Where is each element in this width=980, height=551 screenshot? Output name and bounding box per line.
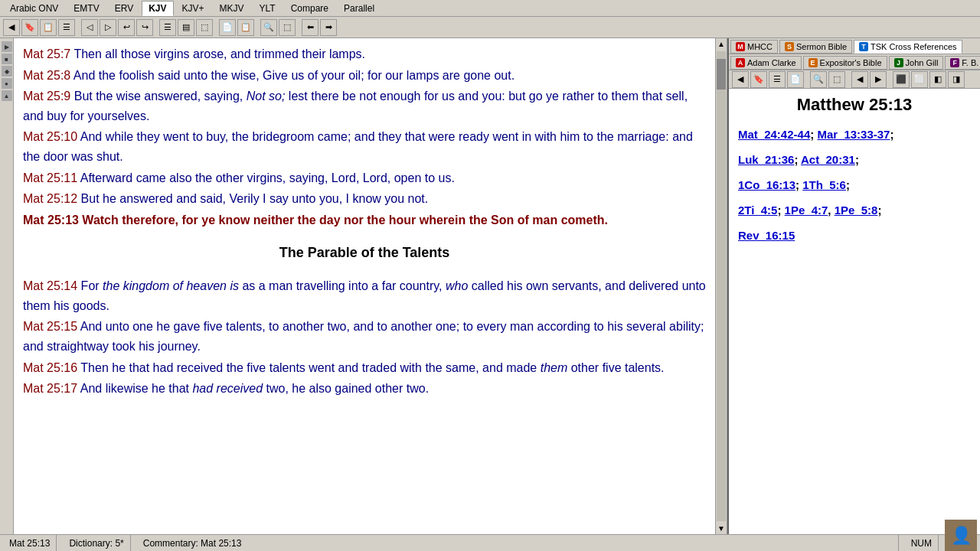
nav-tab-parallel[interactable]: Parallel — [337, 1, 381, 16]
right-tab-expositors[interactable]: E Expositor's Bible — [803, 56, 887, 70]
right-toolbar-btn-4[interactable]: 📄 — [787, 71, 804, 88]
right-tab-sermon-bible[interactable]: S Sermon Bible — [779, 40, 852, 54]
right-toolbar-btn-12[interactable]: ◨ — [948, 71, 965, 88]
status-commentary: Commentary: Mat 25:13 — [137, 535, 899, 551]
right-toolbar-btn-7[interactable]: ◀ — [851, 71, 868, 88]
verse-text-25-14b: the kingdom of heaven is — [103, 279, 239, 292]
right-tab-john-gill[interactable]: J John Gill — [889, 56, 944, 70]
right-toolbar-btn-8[interactable]: ▶ — [870, 71, 887, 88]
cross-ref-1pe-5[interactable]: 1Pe_5:8 — [835, 204, 878, 217]
right-panel-content[interactable]: Matthew 25:13 Mat_24:42-44; Mar_13:33-37… — [729, 89, 980, 534]
expositors-icon: E — [808, 58, 818, 67]
right-tab-fb-meyer[interactable]: F F. B. Meyer — [945, 56, 980, 70]
cross-ref-line-3: 1Co_16:13; 1Th_5:6; — [738, 174, 971, 195]
cross-ref-mar-13[interactable]: Mar_13:33-37 — [817, 128, 890, 141]
sidebar-icon-5[interactable]: ▲ — [2, 90, 12, 101]
verse-text-25-14d: who — [446, 279, 468, 292]
verse-ref-25-10[interactable]: Mat 25:10 — [23, 130, 77, 143]
cross-ref-semi-2: ; — [855, 153, 859, 166]
scroll-track[interactable] — [717, 51, 726, 521]
cross-ref-mat-24[interactable]: Mat_24:42-44 — [738, 128, 810, 141]
right-tab-adam-clarke[interactable]: A Adam Clarke — [730, 56, 802, 70]
toolbar-btn-7[interactable]: ↩ — [118, 19, 135, 36]
status-num: NUM — [905, 535, 939, 551]
right-toolbar-btn-11[interactable]: ◧ — [929, 71, 946, 88]
sidebar-icon-3[interactable]: ◆ — [2, 66, 12, 77]
verse-ref-25-15[interactable]: Mat 25:15 — [23, 320, 77, 333]
right-tab-mhcc[interactable]: M MHCC — [730, 40, 778, 54]
cross-ref-line-1: Mat_24:42-44; Mar_13:33-37; — [738, 124, 971, 145]
toolbar-btn-nav-fwd[interactable]: ➡ — [320, 19, 337, 36]
verse-mat-25-8: Mat 25:8 And the foolish said unto the w… — [23, 66, 706, 86]
toolbar-btn-2[interactable]: 🔖 — [21, 19, 38, 36]
toolbar-btn-4[interactable]: ☰ — [58, 19, 75, 36]
cross-ref-act-20[interactable]: Act_20:31 — [801, 153, 855, 166]
verse-ref-25-9[interactable]: Mat 25:9 — [23, 90, 70, 103]
toolbar-btn-8[interactable]: ↪ — [136, 19, 153, 36]
right-toolbar-btn-3[interactable]: ☰ — [769, 71, 786, 88]
right-toolbar-btn-1[interactable]: ◀ — [732, 71, 749, 88]
toolbar-btn-5[interactable]: ◁ — [81, 19, 98, 36]
toolbar-btn-zoom-box[interactable]: ⬚ — [279, 19, 296, 36]
verse-ref-25-13[interactable]: Mat 25:13 — [23, 214, 79, 227]
verse-mat-25-13: Mat 25:13 Watch therefore, for ye know n… — [23, 210, 706, 230]
cross-ref-line-4: 2Ti_4:5; 1Pe_4:7, 1Pe_5:8; — [738, 200, 971, 220]
adam-clarke-icon: A — [736, 58, 745, 67]
verse-text-25-11: Afterward came also the other virgins, s… — [77, 171, 455, 184]
nav-tab-mkjv[interactable]: MKJV — [213, 1, 251, 16]
sermon-bible-label: Sermon Bible — [796, 42, 847, 51]
toolbar-btn-paste[interactable]: 📋 — [237, 19, 254, 36]
verse-mat-25-14: Mat 25:14 For the kingdom of heaven is a… — [23, 276, 706, 315]
right-toolbar-btn-2[interactable]: 🔖 — [750, 71, 767, 88]
verse-text-25-16c: other five talents. — [567, 361, 664, 374]
nav-tab-kjvp[interactable]: KJV+ — [175, 1, 211, 16]
vertical-scrollbar[interactable]: ▲ ▼ — [715, 38, 727, 534]
toolbar-btn-10[interactable]: ▤ — [178, 19, 194, 36]
cross-ref-2ti-4[interactable]: 2Ti_4:5 — [738, 204, 777, 217]
cross-ref-1co-16[interactable]: 1Co_16:13 — [738, 178, 795, 191]
cross-ref-luk-21[interactable]: Luk_21:36 — [738, 153, 794, 166]
main-layout: ▶ ■ ◆ ● ▲ Mat 25:7 Then all those virgin… — [0, 38, 980, 534]
nav-tab-emtv[interactable]: EMTV — [67, 1, 106, 16]
cross-ref-1th-5[interactable]: 1Th_5:6 — [802, 178, 846, 191]
fb-meyer-icon: F — [950, 58, 959, 67]
nav-tab-compare[interactable]: Compare — [284, 1, 335, 16]
right-toolbar-btn-5[interactable]: 🔍 — [810, 71, 827, 88]
nav-tab-arabic-onv[interactable]: Arabic ONV — [3, 1, 65, 16]
sidebar-icon-4[interactable]: ● — [2, 78, 12, 89]
verse-ref-25-11[interactable]: Mat 25:11 — [23, 171, 77, 184]
toolbar-btn-copy[interactable]: 📄 — [219, 19, 236, 36]
nav-tab-kjv[interactable]: KJV — [142, 1, 173, 16]
verse-mat-25-10: Mat 25:10 And while they went to buy, th… — [23, 127, 706, 166]
right-toolbar-btn-10[interactable]: ⬜ — [911, 71, 928, 88]
cross-ref-semi-4: ; — [877, 204, 881, 217]
sidebar-icon-1[interactable]: ▶ — [2, 41, 12, 52]
verse-ref-25-16[interactable]: Mat 25:16 — [23, 361, 77, 374]
toolbar-btn-11[interactable]: ⬚ — [196, 19, 213, 36]
toolbar-btn-3[interactable]: 📋 — [40, 19, 57, 36]
scroll-thumb[interactable] — [717, 59, 726, 90]
toolbar-btn-6[interactable]: ▷ — [100, 19, 116, 36]
nav-tab-erv[interactable]: ERV — [108, 1, 140, 16]
verse-ref-25-17[interactable]: Mat 25:17 — [23, 382, 77, 395]
toolbar-btn-zoom-in[interactable]: 🔍 — [260, 19, 277, 36]
toolbar-btn-nav-back[interactable]: ⬅ — [302, 19, 318, 36]
right-toolbar-btn-6[interactable]: ⬚ — [828, 71, 845, 88]
verse-ref-25-14[interactable]: Mat 25:14 — [23, 279, 77, 292]
right-toolbar-btn-9[interactable]: ⬛ — [893, 71, 910, 88]
cross-ref-1pe-4[interactable]: 1Pe_4:7 — [785, 204, 828, 217]
scroll-up-arrow[interactable]: ▲ — [717, 40, 725, 48]
cross-ref-rev-16[interactable]: Rev_16:15 — [738, 229, 795, 242]
bible-text-area[interactable]: Mat 25:7 Then all those virgins arose, a… — [14, 38, 715, 534]
sidebar-icon-2[interactable]: ■ — [2, 54, 12, 64]
verse-ref-25-12[interactable]: Mat 25:12 — [23, 192, 77, 205]
toolbar-btn-9[interactable]: ☰ — [159, 19, 176, 36]
verse-ref-25-8[interactable]: Mat 25:8 — [23, 69, 70, 82]
right-tab-tsk[interactable]: T TSK Cross References — [854, 40, 962, 54]
nav-tab-ylt[interactable]: YLT — [253, 1, 283, 16]
verse-mat-25-17: Mat 25:17 And likewise he that had recei… — [23, 379, 706, 399]
scroll-down-arrow[interactable]: ▼ — [717, 524, 725, 533]
toolbar-btn-1[interactable]: ◀ — [3, 19, 20, 36]
verse-text-25-16a: Then he that had received the five talen… — [77, 361, 541, 374]
verse-ref-25-7[interactable]: Mat 25:7 — [23, 47, 70, 60]
